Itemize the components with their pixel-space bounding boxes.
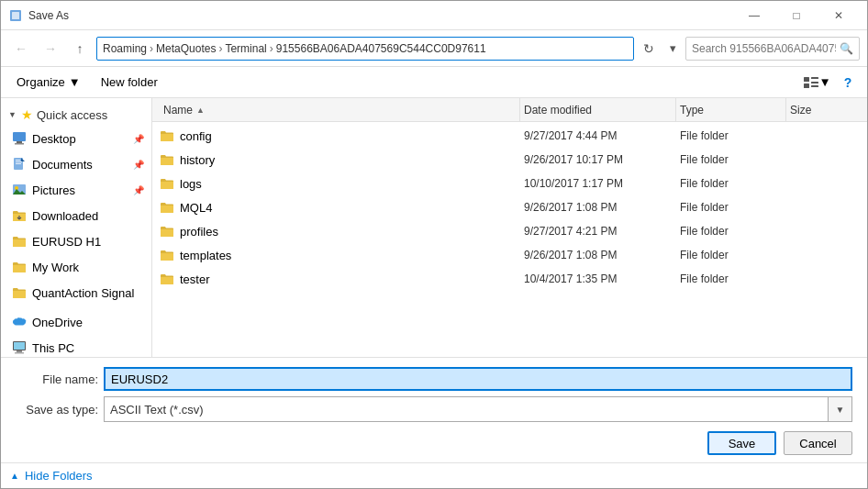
pin-icon: 📌 [133, 160, 144, 170]
sidebar-item-desktop[interactable]: Desktop 📌 [1, 126, 151, 151]
file-name: MQL4 [160, 200, 520, 215]
up-button[interactable]: ↑ [67, 37, 93, 61]
close-button[interactable]: ✕ [818, 1, 860, 30]
svg-rect-3 [811, 77, 818, 79]
file-date: 9/27/2017 4:44 PM [520, 129, 676, 142]
sidebar: ▼ ★ Quick access Desktop 📌 Documents [1, 98, 152, 357]
search-box: 🔍 [685, 37, 860, 61]
sidebar-item-quantaction[interactable]: QuantAction Signal [1, 280, 151, 306]
help-button[interactable]: ? [836, 71, 860, 94]
folder-icon [160, 200, 174, 215]
file-rows: config 9/27/2017 4:44 PM File folder his… [152, 122, 867, 357]
sidebar-item-pictures[interactable]: Pictures 📌 [1, 177, 151, 203]
view-options-button[interactable]: ▼ [803, 71, 832, 94]
saveastype-arrow-icon: ▼ [828, 397, 851, 421]
svg-rect-9 [15, 143, 24, 145]
sidebar-item-label: EURUSD H1 [32, 235, 101, 249]
file-date: 9/26/2017 10:17 PM [520, 153, 676, 166]
sidebar-item-label: OneDrive [32, 316, 83, 329]
chevron-up-icon: ▲ [10, 471, 19, 481]
sidebar-item-label: Documents [32, 158, 93, 172]
sidebar-item-eurusd[interactable]: EURUSD H1 [1, 228, 151, 254]
folder-icon [160, 152, 174, 167]
folder-icon [12, 285, 27, 300]
sidebar-item-mywork[interactable]: My Work [1, 254, 151, 280]
minimize-button[interactable]: — [733, 1, 775, 30]
quick-access-header[interactable]: ▼ ★ Quick access [1, 104, 151, 126]
breadcrumb-item: Roaming [103, 42, 147, 55]
new-folder-button[interactable]: New folder [93, 71, 166, 94]
file-date: 9/27/2017 4:21 PM [520, 225, 676, 238]
documents-icon [12, 157, 27, 172]
breadcrumb: Roaming › MetaQuotes › Terminal › 915566… [103, 42, 628, 55]
sidebar-item-label: QuantAction Signal [32, 286, 134, 300]
svg-rect-12 [16, 161, 22, 162]
column-header-date[interactable]: Date modified [520, 98, 676, 121]
table-row[interactable]: profiles 9/27/2017 4:21 PM File folder [152, 219, 867, 243]
button-row: Save Cancel [16, 428, 852, 455]
column-header-size[interactable]: Size [786, 98, 860, 121]
table-row[interactable]: logs 10/10/2017 1:17 PM File folder [152, 172, 867, 195]
forward-button[interactable]: → [38, 37, 63, 61]
dialog-icon [8, 8, 23, 23]
downloaded-folder-icon [12, 208, 27, 223]
svg-rect-19 [17, 350, 22, 352]
file-name: config [160, 128, 520, 143]
hide-folders-bar[interactable]: ▲ Hide Folders [1, 462, 867, 488]
sidebar-item-onedrive[interactable]: OneDrive [1, 309, 151, 335]
hide-folders-label: Hide Folders [25, 469, 93, 483]
table-row[interactable]: templates 9/26/2017 1:08 PM File folder [152, 243, 867, 267]
filename-label: File name: [16, 372, 98, 386]
file-date: 10/10/2017 1:17 PM [520, 177, 676, 190]
filename-input[interactable] [104, 367, 852, 391]
file-type: File folder [676, 272, 786, 285]
sidebar-item-downloaded[interactable]: Downloaded [1, 203, 151, 228]
pin-icon: 📌 [133, 185, 144, 195]
maximize-button[interactable]: □ [775, 1, 818, 30]
table-row[interactable]: config 9/27/2017 4:44 PM File folder [152, 124, 867, 148]
sidebar-item-label: Pictures [32, 183, 75, 197]
table-row[interactable]: history 9/26/2017 10:17 PM File folder [152, 148, 867, 172]
sidebar-item-label: Desktop [32, 132, 76, 146]
address-toolbar: ← → ↑ Roaming › MetaQuotes › Terminal › … [1, 30, 867, 67]
sidebar-item-thispc[interactable]: This PC [1, 335, 151, 357]
file-type: File folder [676, 225, 786, 238]
refresh-button[interactable]: ↻ [638, 38, 660, 60]
save-button[interactable]: Save [707, 431, 776, 455]
sidebar-item-documents[interactable]: Documents 📌 [1, 151, 151, 177]
cancel-button[interactable]: Cancel [784, 431, 852, 455]
breadcrumb-item: Terminal [225, 42, 266, 55]
file-type: File folder [676, 201, 786, 214]
back-button[interactable]: ← [8, 37, 34, 61]
main-content: ▼ ★ Quick access Desktop 📌 Documents [1, 98, 867, 357]
column-header-name[interactable]: Name ▲ [160, 98, 520, 121]
file-name: history [160, 152, 520, 167]
folder-icon [160, 224, 174, 239]
filename-row: File name: [16, 367, 852, 391]
address-bar[interactable]: Roaming › MetaQuotes › Terminal › 915566… [96, 37, 634, 61]
table-row[interactable]: MQL4 9/26/2017 1:08 PM File folder [152, 195, 867, 219]
search-input[interactable] [692, 42, 836, 55]
bottom-bar: File name: Save as type: ASCII Text (*.c… [1, 357, 867, 462]
svg-rect-20 [15, 352, 24, 354]
file-type: File folder [676, 249, 786, 261]
file-list-area: Name ▲ Date modified Type Size [152, 98, 867, 357]
svg-rect-7 [13, 132, 26, 141]
organize-button[interactable]: Organize ▼ [8, 71, 89, 94]
column-header-type[interactable]: Type [676, 98, 786, 121]
svg-rect-8 [17, 141, 22, 143]
file-date: 9/26/2017 1:08 PM [520, 201, 676, 214]
file-name: templates [160, 248, 520, 262]
file-date: 9/26/2017 1:08 PM [520, 249, 676, 261]
window-controls: — □ ✕ [733, 1, 860, 30]
sidebar-item-label: This PC [32, 341, 74, 355]
folder-icon [160, 248, 174, 262]
sidebar-item-label: My Work [32, 261, 79, 274]
folder-icon [160, 176, 174, 191]
address-dropdown-button[interactable]: ▾ [663, 37, 682, 61]
svg-rect-11 [16, 160, 20, 161]
table-row[interactable]: tester 10/4/2017 1:35 PM File folder [152, 267, 867, 291]
saveastype-select[interactable]: ASCII Text (*.csv) ▼ [104, 396, 852, 422]
column-headers: Name ▲ Date modified Type Size [152, 98, 867, 122]
desktop-icon [12, 131, 27, 146]
